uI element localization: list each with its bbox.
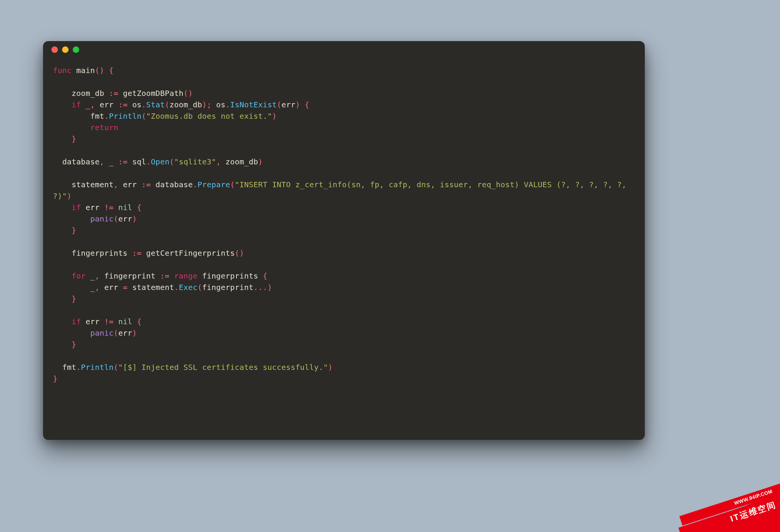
close-icon[interactable] <box>51 46 58 53</box>
watermark-badge: WWW.94IP.COM IT运维空间 <box>666 471 780 532</box>
code-block: func main() { zoom_db := getZoomDBPath()… <box>43 58 645 384</box>
code-window: func main() { zoom_db := getZoomDBPath()… <box>43 41 645 440</box>
zoom-icon[interactable] <box>73 46 79 53</box>
minimize-icon[interactable] <box>62 46 69 53</box>
window-titlebar <box>43 41 645 58</box>
watermark-title: IT运维空间 <box>678 481 780 532</box>
watermark-url: WWW.94IP.COM <box>679 469 780 526</box>
